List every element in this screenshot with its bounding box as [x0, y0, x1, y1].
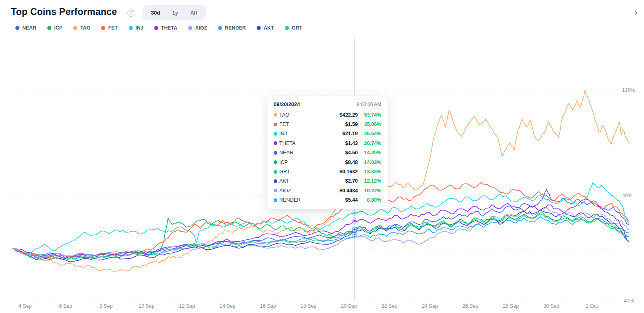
coin-color-dot — [274, 170, 277, 174]
legend-label: GRT — [292, 25, 302, 31]
coin-price: $1.43 — [323, 141, 358, 146]
x-axis-label: 20 Sep — [341, 303, 357, 309]
legend-item-grt[interactable]: GRT — [285, 25, 302, 31]
legend-color-dot — [129, 26, 133, 30]
coin-change-percent: 35.06% — [358, 121, 381, 127]
legend-item-icp[interactable]: ICP — [47, 25, 63, 31]
x-axis-label: 18 Sep — [300, 303, 317, 309]
legend-label: INJ — [136, 25, 143, 31]
crosshair-dot-theta — [353, 219, 356, 222]
coin-change-percent: 20.74% — [358, 141, 381, 146]
coin-change-percent: 14.02% — [358, 160, 381, 165]
x-axis-label: 10 Sep — [138, 303, 155, 309]
expand-panel-icon[interactable]: › — [635, 8, 638, 17]
coin-price: $0.4434 — [323, 188, 358, 194]
legend-label: AKT — [264, 25, 274, 31]
y-axis-label: -40% — [622, 298, 634, 304]
coin-change-percent: 13.83% — [358, 169, 381, 175]
x-axis-label: 26 Sep — [462, 303, 478, 309]
chart-legend: NEARICPTAOFETINJTHETAAIOZRENDERAKTGRT — [15, 25, 302, 31]
coin-change-percent: 8.80% — [358, 197, 381, 203]
range-button-all[interactable]: All — [184, 7, 203, 18]
legend-label: NEAR — [22, 25, 36, 31]
coin-color-dot — [274, 132, 277, 136]
coin-change-percent: 10.22% — [358, 188, 381, 194]
x-axis-label: 30 Sep — [543, 303, 559, 309]
y-axis-label: 120% — [622, 87, 635, 93]
coin-name: THETA — [279, 141, 323, 146]
coin-color-dot — [274, 123, 277, 126]
legend-label: ICP — [54, 25, 63, 31]
page-title: Top Coins Performance — [11, 6, 117, 17]
x-axis-label: 28 Sep — [503, 303, 519, 309]
crosshair-dot-render — [353, 235, 356, 238]
coin-name: INJ — [279, 131, 323, 136]
coin-name: ICP — [279, 160, 323, 165]
coin-price: $4.50 — [323, 150, 358, 155]
tooltip-row-fet: FET$1.5935.06% — [274, 119, 381, 129]
x-axis-label: 2 Oct — [586, 303, 598, 309]
range-button-1y[interactable]: 1y — [166, 7, 184, 18]
tooltip-date: 09/20/2024 — [274, 101, 300, 107]
info-icon[interactable]: i — [128, 10, 134, 17]
coin-color-dot — [274, 198, 277, 202]
legend-item-theta[interactable]: THETA — [154, 25, 177, 31]
legend-label: THETA — [161, 25, 177, 31]
coin-name: FET — [279, 121, 323, 127]
coin-color-dot — [274, 141, 277, 145]
panel-header: Top Coins Performance i 30d1yAll › — [0, 0, 644, 23]
legend-color-dot — [285, 26, 289, 30]
legend-item-render[interactable]: RENDER — [218, 25, 246, 31]
coin-price: $1.59 — [323, 121, 358, 127]
coin-name: GRT — [279, 169, 323, 175]
legend-label: AIOZ — [195, 25, 207, 31]
crosshair-dot-near — [353, 228, 356, 231]
coin-change-percent: 53.74% — [358, 112, 381, 118]
series-line-icp — [12, 213, 629, 260]
y-axis-label: 40% — [622, 193, 632, 198]
tooltip-row-tao: TAO$422.2953.74% — [274, 110, 381, 119]
time-range-selector: 30d1yAll — [142, 5, 206, 20]
legend-item-akt[interactable]: AKT — [257, 25, 274, 31]
coin-name: AKT — [279, 178, 323, 184]
tooltip-row-akt: AKT$2.7012.12% — [274, 177, 381, 186]
legend-item-tao[interactable]: TAO — [73, 25, 90, 31]
tooltip-row-near: NEAR$4.5014.20% — [274, 148, 381, 158]
tooltip-time: 8:00:00 AM — [357, 102, 381, 107]
legend-color-dot — [15, 26, 19, 30]
range-button-30d[interactable]: 30d — [145, 7, 166, 18]
x-axis-label: 16 Sep — [260, 303, 276, 309]
coin-name: AIOZ — [279, 188, 323, 194]
top-coins-performance-panel: 120%40%-40%4 Sep6 Sep8 Sep10 Sep12 Sep14… — [0, 0, 644, 313]
legend-item-near[interactable]: NEAR — [15, 25, 36, 31]
coin-color-dot — [274, 160, 277, 164]
chart-tooltip: 09/20/2024 8:00:00 AM TAO$422.2953.74%FE… — [267, 96, 388, 209]
tooltip-row-render: RENDER$5.448.80% — [274, 196, 381, 205]
tooltip-row-aioz: AIOZ$0.443410.22% — [274, 186, 381, 195]
x-axis-label: 22 Sep — [381, 303, 397, 309]
legend-label: FET — [108, 25, 117, 31]
coin-price: $8.48 — [323, 160, 358, 165]
x-axis-label: 4 Sep — [19, 303, 32, 309]
legend-item-fet[interactable]: FET — [101, 25, 117, 31]
legend-item-inj[interactable]: INJ — [129, 25, 143, 31]
coin-name: NEAR — [279, 150, 323, 155]
legend-color-dot — [73, 26, 77, 30]
coin-price: $422.29 — [323, 112, 358, 118]
tooltip-rows: TAO$422.2953.74%FET$1.5935.06%INJ$21.192… — [274, 110, 381, 205]
tooltip-row-icp: ICP$8.4814.02% — [274, 158, 381, 167]
coin-change-percent: 14.20% — [358, 150, 381, 155]
coin-change-percent: 26.64% — [358, 131, 381, 136]
x-axis-label: 14 Sep — [219, 303, 236, 309]
legend-color-dot — [101, 26, 105, 30]
crosshair-dot-inj — [353, 212, 356, 215]
legend-color-dot — [188, 26, 192, 30]
legend-label: RENDER — [225, 25, 246, 31]
coin-color-dot — [274, 151, 277, 155]
coin-price: $0.1632 — [323, 169, 358, 175]
coin-price: $2.70 — [323, 178, 358, 184]
legend-color-dot — [257, 26, 261, 30]
coin-color-dot — [274, 189, 277, 192]
legend-item-aioz[interactable]: AIOZ — [188, 25, 207, 31]
legend-label: TAO — [80, 25, 90, 31]
